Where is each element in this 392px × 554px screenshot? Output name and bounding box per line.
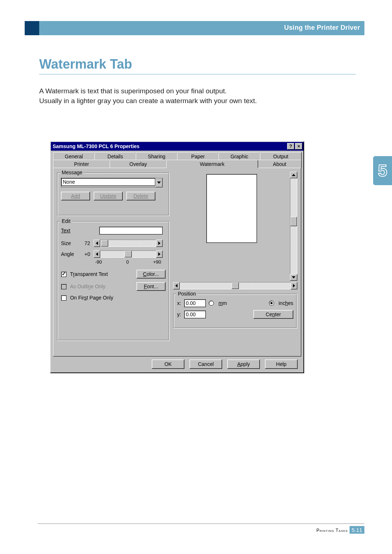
arrow-right-icon xyxy=(158,241,160,245)
help-button[interactable]: ? xyxy=(287,143,294,150)
unit-inches-label: inches xyxy=(279,300,294,306)
group-message: Message None Add Update Delete xyxy=(57,172,170,216)
angle-slider[interactable] xyxy=(94,250,163,258)
properties-dialog: Samsung ML-7300 PCL 6 Properties ? × Gen… xyxy=(50,141,304,373)
angle-max: +90 xyxy=(153,259,161,265)
message-field[interactable]: None xyxy=(61,178,155,186)
ok-button[interactable]: OK xyxy=(152,359,184,369)
dialog-title: Samsung ML-7300 PCL 6 Properties xyxy=(52,143,286,149)
tab-about[interactable]: About xyxy=(258,160,302,168)
footer-page-number: 5.11 xyxy=(350,526,364,534)
pos-x-label: x: xyxy=(177,300,181,306)
apply-button[interactable]: Apply xyxy=(227,359,260,369)
tab-panel: Message None Add Update Delete Edit xyxy=(53,168,301,357)
size-left-arrow[interactable] xyxy=(94,240,100,247)
tab-sharing[interactable]: Sharing xyxy=(136,152,177,160)
tab-overlay[interactable]: Overlay xyxy=(110,160,167,168)
unit-inches-radio[interactable] xyxy=(269,301,274,306)
title-rule xyxy=(39,74,356,74)
group-message-legend: Message xyxy=(60,170,84,175)
tab-row-1: General Details Sharing Paper Graphic Ou… xyxy=(53,152,301,160)
tab-paper[interactable]: Paper xyxy=(177,152,219,160)
cancel-button[interactable]: Cancel xyxy=(189,359,222,369)
text-input[interactable] xyxy=(99,227,163,235)
arrow-right-icon xyxy=(158,252,160,256)
unit-mm-label: mm xyxy=(219,300,227,306)
size-value: 72 xyxy=(81,240,94,246)
tab-graphic[interactable]: Graphic xyxy=(219,152,260,160)
arrow-left-icon xyxy=(175,284,177,288)
outline-checkbox xyxy=(61,284,66,289)
pos-y-label: y: xyxy=(177,311,181,317)
preview-vscroll[interactable] xyxy=(290,172,297,281)
firstpage-checkbox[interactable] xyxy=(61,295,66,301)
size-slider[interactable] xyxy=(94,240,163,247)
vscroll-up[interactable] xyxy=(290,172,297,178)
message-dropdown-button[interactable] xyxy=(155,178,163,187)
vscroll-down[interactable] xyxy=(290,274,297,281)
transparent-checkbox[interactable] xyxy=(61,272,66,277)
angle-min: -90 xyxy=(95,259,102,265)
dialog-footer: OK Cancel Apply Help xyxy=(53,357,301,369)
group-position-legend: Position xyxy=(176,291,197,297)
chapter-tab: 5 xyxy=(373,156,392,185)
arrow-left-icon xyxy=(96,252,98,256)
group-edit: Edit Text Size 72 xyxy=(57,221,170,341)
section-label: Using the Printer Driver xyxy=(284,24,360,32)
tab-watermark[interactable]: Watermark xyxy=(166,160,258,168)
arrow-right-icon xyxy=(293,284,295,288)
add-button: Add xyxy=(61,192,90,200)
angle-left-arrow[interactable] xyxy=(94,250,100,258)
preview-page xyxy=(206,174,257,243)
label-size: Size xyxy=(61,240,81,246)
color-button[interactable]: Color... xyxy=(136,270,166,278)
label-text: Text xyxy=(61,228,81,233)
arrow-down-icon xyxy=(292,276,295,278)
size-right-arrow[interactable] xyxy=(156,240,163,247)
font-button[interactable]: Font... xyxy=(136,282,166,291)
angle-value: +0 xyxy=(81,251,94,257)
arrow-up-icon xyxy=(292,174,295,176)
intro-line1: A Watermark is text that is superimposed… xyxy=(39,87,227,95)
close-button[interactable]: × xyxy=(295,143,302,150)
page-title: Watermark Tab xyxy=(39,57,132,72)
intro-paragraph: A Watermark is text that is superimposed… xyxy=(39,86,356,106)
header-corner xyxy=(25,21,39,35)
angle-right-arrow[interactable] xyxy=(156,250,163,258)
pos-x-input[interactable] xyxy=(184,299,206,307)
pos-y-input[interactable] xyxy=(184,310,206,318)
tab-output[interactable]: Output xyxy=(260,152,302,160)
angle-mid: 0 xyxy=(126,259,129,265)
footer-section: Printing Tasks xyxy=(317,528,348,533)
group-position: Position x: mm inches y: Cent xyxy=(173,294,297,329)
tab-printer[interactable]: Printer xyxy=(53,160,110,168)
message-combo[interactable]: None xyxy=(61,178,163,187)
unit-mm-radio[interactable] xyxy=(209,301,214,306)
update-button: Update xyxy=(94,192,123,200)
firstpage-label: On First Page Only xyxy=(70,295,113,301)
center-button[interactable]: Center xyxy=(253,310,293,319)
transparent-label: Transparent Text xyxy=(70,272,108,277)
intro-line2: Usually in a lighter gray you can create… xyxy=(39,97,257,105)
group-edit-legend: Edit xyxy=(60,218,72,224)
hscroll-left[interactable] xyxy=(173,282,180,289)
outline-label: As Outline Only xyxy=(70,284,105,290)
arrow-left-icon xyxy=(96,241,98,245)
titlebar: Samsung ML-7300 PCL 6 Properties ? × xyxy=(51,142,303,151)
label-angle: Angle xyxy=(61,251,81,257)
chevron-down-icon xyxy=(157,182,161,184)
tab-general[interactable]: General xyxy=(53,152,95,160)
hscroll-right[interactable] xyxy=(291,282,297,289)
page-footer: Printing Tasks 5.11 xyxy=(38,524,364,534)
chapter-number: 5 xyxy=(378,156,387,185)
preview-hscroll[interactable] xyxy=(173,282,297,289)
delete-button: Delete xyxy=(126,192,155,200)
help-button-footer[interactable]: Help xyxy=(265,359,298,369)
tab-details[interactable]: Details xyxy=(94,152,136,160)
tab-row-2: Printer Overlay Watermark About xyxy=(53,160,301,168)
